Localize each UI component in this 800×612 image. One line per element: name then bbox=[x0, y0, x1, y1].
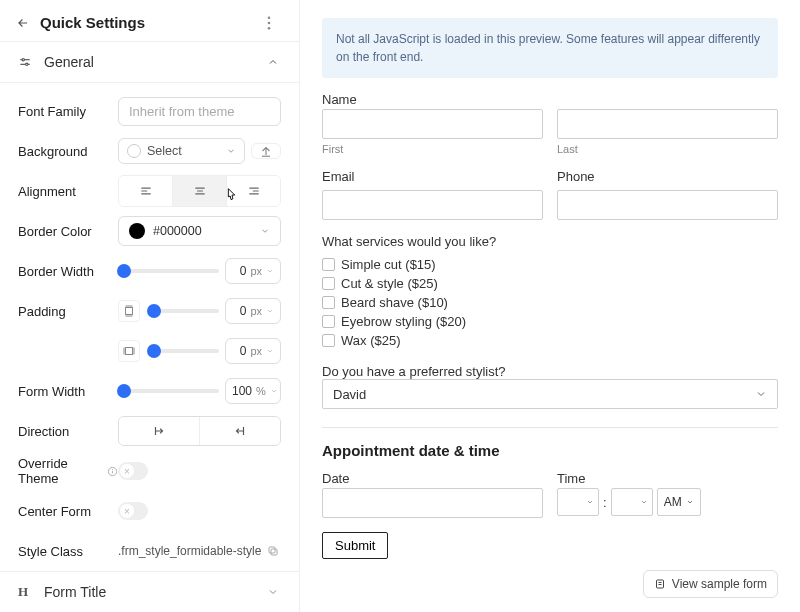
align-center-button[interactable] bbox=[172, 176, 226, 206]
back-arrow-icon[interactable] bbox=[16, 16, 30, 30]
row-font-family: Font Family bbox=[18, 91, 281, 131]
service-option[interactable]: Wax ($25) bbox=[322, 331, 778, 350]
view-sample-form-button[interactable]: View sample form bbox=[643, 570, 778, 598]
services-section: What services would you like? Simple cut… bbox=[322, 234, 778, 350]
service-option[interactable]: Cut & style ($25) bbox=[322, 274, 778, 293]
padding-v-slider[interactable] bbox=[148, 309, 219, 313]
row-alignment: Alignment bbox=[18, 171, 281, 211]
stylist-question: Do you have a preferred stylist? bbox=[322, 364, 778, 379]
stylist-select[interactable]: David bbox=[322, 379, 778, 409]
email-input[interactable] bbox=[322, 190, 543, 220]
label-border-width: Border Width bbox=[18, 264, 118, 279]
time-ampm-select[interactable]: AM bbox=[657, 488, 701, 516]
services-question: What services would you like? bbox=[322, 234, 778, 249]
label-form-width: Form Width bbox=[18, 384, 118, 399]
row-center-form: Center Form bbox=[18, 491, 281, 531]
font-family-input[interactable] bbox=[118, 97, 281, 126]
row-override-theme: Override Theme bbox=[18, 451, 281, 491]
upload-background-button[interactable] bbox=[251, 143, 281, 159]
color-swatch-empty-icon bbox=[127, 144, 141, 158]
padding-horizontal-icon bbox=[118, 340, 140, 362]
chevron-down-icon bbox=[755, 388, 767, 400]
svg-point-1 bbox=[268, 21, 271, 24]
time-label: Time bbox=[557, 471, 778, 486]
more-menu-icon[interactable] bbox=[267, 16, 283, 30]
direction-rtl-button[interactable] bbox=[199, 417, 280, 445]
submit-button[interactable]: Submit bbox=[322, 532, 388, 559]
svg-point-5 bbox=[22, 59, 24, 61]
svg-point-6 bbox=[26, 63, 28, 65]
border-color-picker[interactable]: #000000 bbox=[118, 216, 281, 246]
border-width-value[interactable]: 0 px bbox=[225, 258, 281, 284]
first-name-input[interactable] bbox=[322, 109, 543, 139]
form-preview: Not all JavaScript is loaded in this pre… bbox=[300, 0, 800, 612]
direction-ltr-button[interactable] bbox=[119, 417, 199, 445]
row-padding-v: Padding 0 px bbox=[18, 291, 281, 331]
svg-rect-19 bbox=[126, 348, 133, 355]
label-direction: Direction bbox=[18, 424, 118, 439]
heading-icon: H bbox=[18, 584, 32, 600]
last-name-input[interactable] bbox=[557, 109, 778, 139]
form-width-slider[interactable] bbox=[118, 389, 219, 393]
label-style-class: Style Class bbox=[18, 544, 118, 559]
chevron-down-icon bbox=[226, 146, 236, 156]
padding-v-value[interactable]: 0 px bbox=[225, 298, 281, 324]
section-form-title-header[interactable]: H Form Title bbox=[0, 571, 299, 612]
background-select[interactable]: Select bbox=[118, 138, 245, 164]
padding-h-slider[interactable] bbox=[148, 349, 219, 353]
section-general-header[interactable]: General bbox=[0, 41, 299, 83]
name-section: Name First Last bbox=[322, 92, 778, 155]
color-swatch-icon bbox=[129, 223, 145, 239]
copy-icon[interactable] bbox=[267, 545, 279, 557]
service-option[interactable]: Beard shave ($10) bbox=[322, 293, 778, 312]
align-left-button[interactable] bbox=[119, 176, 172, 206]
label-center: Center Form bbox=[18, 504, 118, 519]
padding-h-value[interactable]: 0 px bbox=[225, 338, 281, 364]
section-general-title: General bbox=[44, 54, 255, 70]
phone-label: Phone bbox=[557, 169, 778, 184]
divider bbox=[322, 427, 778, 428]
time-colon: : bbox=[603, 495, 607, 510]
time-hour-select[interactable] bbox=[557, 488, 599, 516]
row-padding-h: 0 px bbox=[18, 331, 281, 371]
quick-settings-sidebar: Quick Settings General Font Family Backg… bbox=[0, 0, 300, 612]
label-override: Override Theme bbox=[18, 456, 118, 486]
svg-rect-27 bbox=[271, 549, 277, 555]
row-form-width: Form Width 100 % bbox=[18, 371, 281, 411]
checkbox-icon bbox=[322, 277, 335, 290]
padding-vertical-icon bbox=[118, 300, 140, 322]
checkbox-icon bbox=[322, 258, 335, 271]
checkbox-icon bbox=[322, 334, 335, 347]
override-theme-toggle[interactable] bbox=[118, 462, 148, 480]
label-background: Background bbox=[18, 144, 118, 159]
service-option[interactable]: Simple cut ($15) bbox=[322, 255, 778, 274]
date-input[interactable] bbox=[322, 488, 543, 518]
sidebar-title: Quick Settings bbox=[40, 14, 257, 31]
info-icon[interactable] bbox=[107, 466, 118, 477]
row-direction: Direction bbox=[18, 411, 281, 451]
time-minute-select[interactable] bbox=[611, 488, 653, 516]
section-form-title-label: Form Title bbox=[44, 584, 255, 600]
align-right-button[interactable] bbox=[226, 176, 280, 206]
label-font-family: Font Family bbox=[18, 104, 118, 119]
name-label: Name bbox=[322, 92, 778, 107]
direction-group bbox=[118, 416, 281, 446]
service-option[interactable]: Eyebrow styling ($20) bbox=[322, 312, 778, 331]
date-label: Date bbox=[322, 471, 543, 486]
alignment-group bbox=[118, 175, 281, 207]
center-form-toggle[interactable] bbox=[118, 502, 148, 520]
checkbox-icon bbox=[322, 296, 335, 309]
appointment-heading: Appointment date & time bbox=[322, 442, 778, 459]
phone-input[interactable] bbox=[557, 190, 778, 220]
stylist-section: Do you have a preferred stylist? David bbox=[322, 364, 778, 409]
last-name-hint: Last bbox=[557, 143, 778, 155]
preview-warning-banner: Not all JavaScript is loaded in this pre… bbox=[322, 18, 778, 78]
label-padding: Padding bbox=[18, 304, 118, 319]
border-width-slider[interactable] bbox=[118, 269, 219, 273]
chevron-down-icon bbox=[260, 226, 270, 236]
sliders-icon bbox=[18, 55, 32, 69]
first-name-hint: First bbox=[322, 143, 543, 155]
row-style-class: Style Class .frm_style_formidable-style bbox=[18, 531, 281, 571]
checkbox-icon bbox=[322, 315, 335, 328]
form-width-value[interactable]: 100 % bbox=[225, 378, 281, 404]
